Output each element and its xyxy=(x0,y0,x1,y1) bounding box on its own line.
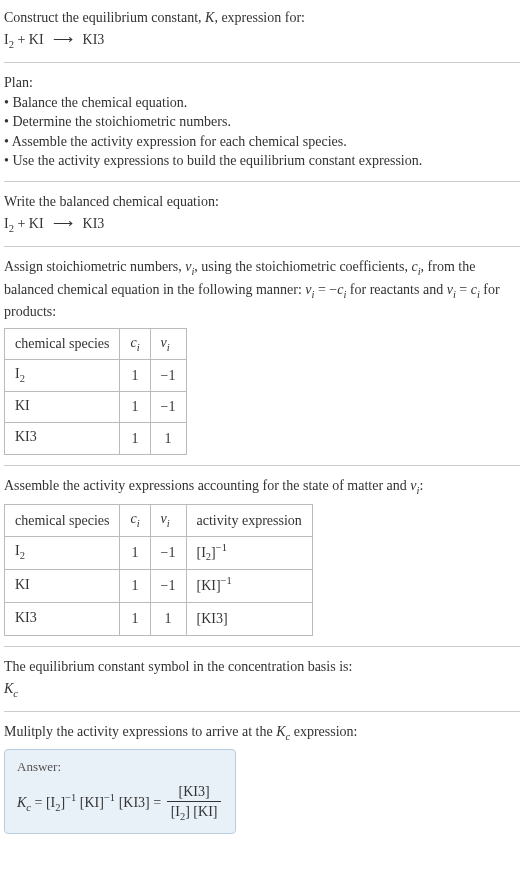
species: KI xyxy=(15,398,30,413)
table-row: I2 1 −1 [I2]−1 xyxy=(5,536,313,569)
cell-nu: −1 xyxy=(150,391,186,422)
problem-text: Construct the equilibrium constant, K, e… xyxy=(4,8,520,28)
cell-activity: [I2]−1 xyxy=(186,536,312,569)
divider xyxy=(4,62,520,63)
species: KI xyxy=(15,577,30,592)
cell-activity: [KI]−1 xyxy=(186,569,312,602)
text: Assign stoichiometric numbers, xyxy=(4,259,185,274)
text: : xyxy=(419,478,423,493)
text: Assemble the activity expressions accoun… xyxy=(4,478,410,493)
cell-species: KI3 xyxy=(5,423,120,454)
divider xyxy=(4,465,520,466)
col-activity: activity expression xyxy=(186,505,312,536)
species: KI3 xyxy=(15,610,37,625)
cell-c: 1 xyxy=(120,360,150,391)
cell-nu: −1 xyxy=(150,360,186,391)
cell-species: I2 xyxy=(5,360,120,391)
multiply-section: Mulitply the activity expressions to arr… xyxy=(4,722,520,834)
table-row: I2 1 −1 xyxy=(5,360,187,391)
activity-section: Assemble the activity expressions accoun… xyxy=(4,476,520,636)
cell-species: KI xyxy=(5,569,120,602)
answer-formula: Kc = [I2]−1 [KI]−1 [KI3] = [KI3][I2] [KI… xyxy=(17,782,223,825)
stoich-intro: Assign stoichiometric numbers, νi, using… xyxy=(4,257,520,322)
problem-statement: Construct the equilibrium constant, K, e… xyxy=(4,8,520,52)
activity-intro: Assemble the activity expressions accoun… xyxy=(4,476,520,498)
col-nu: νi xyxy=(150,328,186,359)
cell-nu: −1 xyxy=(150,569,186,602)
species: + KI xyxy=(14,32,44,47)
col-nu: νi xyxy=(150,505,186,536)
subscript: 2 xyxy=(20,373,25,384)
answer-label: Answer: xyxy=(17,758,223,776)
col-species: chemical species xyxy=(5,328,120,359)
arrow-icon: ⟶ xyxy=(53,30,73,50)
balanced-intro: Write the balanced chemical equation: xyxy=(4,192,520,212)
text: , expression for: xyxy=(214,10,305,25)
variable-K: K xyxy=(205,10,214,25)
cell-species: KI xyxy=(5,391,120,422)
plan-section: Plan: • Balance the chemical equation. •… xyxy=(4,73,520,171)
cell-nu: 1 xyxy=(150,602,186,635)
col-species: chemical species xyxy=(5,505,120,536)
symbol-value: Kc xyxy=(4,679,520,701)
denominator: [I2] [KI] xyxy=(167,802,222,824)
divider xyxy=(4,246,520,247)
table-row: KI3 1 1 [KI3] xyxy=(5,602,313,635)
subscript: 2 xyxy=(20,550,25,561)
multiply-intro: Mulitply the activity expressions to arr… xyxy=(4,722,520,744)
cell-c: 1 xyxy=(120,569,150,602)
plan-bullet: • Assemble the activity expression for e… xyxy=(4,132,520,152)
activity-table: chemical species ci νi activity expressi… xyxy=(4,504,313,636)
divider xyxy=(4,646,520,647)
arrow-icon: ⟶ xyxy=(53,214,73,234)
variable-K: K xyxy=(276,724,285,739)
table-row: KI3 1 1 xyxy=(5,423,187,454)
cell-nu: −1 xyxy=(150,536,186,569)
variable-K: K xyxy=(17,795,26,810)
text: [KI3 xyxy=(197,611,223,626)
subscript: i xyxy=(167,341,170,352)
text: Construct the equilibrium constant, xyxy=(4,10,205,25)
text: [KI3] = xyxy=(115,795,165,810)
table-header-row: chemical species ci νi xyxy=(5,328,187,359)
col-c: ci xyxy=(120,505,150,536)
subscript: c xyxy=(13,687,18,698)
answer-box: Answer: Kc = [I2]−1 [KI]−1 [KI3] = [KI3]… xyxy=(4,749,236,834)
stoich-table: chemical species ci νi I2 1 −1 KI 1 −1 K… xyxy=(4,328,187,455)
subscript: i xyxy=(137,518,140,529)
table-header-row: chemical species ci νi activity expressi… xyxy=(5,505,313,536)
cell-activity: [KI3] xyxy=(186,602,312,635)
text: Mulitply the activity expressions to arr… xyxy=(4,724,276,739)
text: [I xyxy=(197,544,206,559)
cell-species: I2 xyxy=(5,536,120,569)
text: [I xyxy=(46,795,55,810)
divider xyxy=(4,181,520,182)
species: + KI xyxy=(14,216,44,231)
cell-c: 1 xyxy=(120,391,150,422)
text: = xyxy=(456,282,471,297)
divider xyxy=(4,711,520,712)
superscript: −1 xyxy=(221,575,232,586)
cell-c: 1 xyxy=(120,536,150,569)
plan-bullet: • Determine the stoichiometric numbers. xyxy=(4,112,520,132)
superscript: −1 xyxy=(104,792,115,803)
species: KI3 xyxy=(83,216,105,231)
numerator: [KI3] xyxy=(167,782,222,803)
text: ] [KI] xyxy=(185,804,217,819)
text: [KI xyxy=(197,577,216,592)
variable-K: K xyxy=(4,681,13,696)
species: KI3 xyxy=(15,429,37,444)
cell-species: KI3 xyxy=(5,602,120,635)
text: expression: xyxy=(290,724,357,739)
table-row: KI 1 −1 xyxy=(5,391,187,422)
cell-c: 1 xyxy=(120,423,150,454)
symbol-section: The equilibrium constant symbol in the c… xyxy=(4,657,520,701)
superscript: −1 xyxy=(65,792,76,803)
text: , using the stoichiometric coefficients, xyxy=(194,259,411,274)
balanced-section: Write the balanced chemical equation: I2… xyxy=(4,192,520,236)
species: KI3 xyxy=(83,32,105,47)
text: [KI] xyxy=(76,795,104,810)
cell-c: 1 xyxy=(120,602,150,635)
text: for reactants and xyxy=(346,282,446,297)
fraction: [KI3][I2] [KI] xyxy=(167,782,222,825)
